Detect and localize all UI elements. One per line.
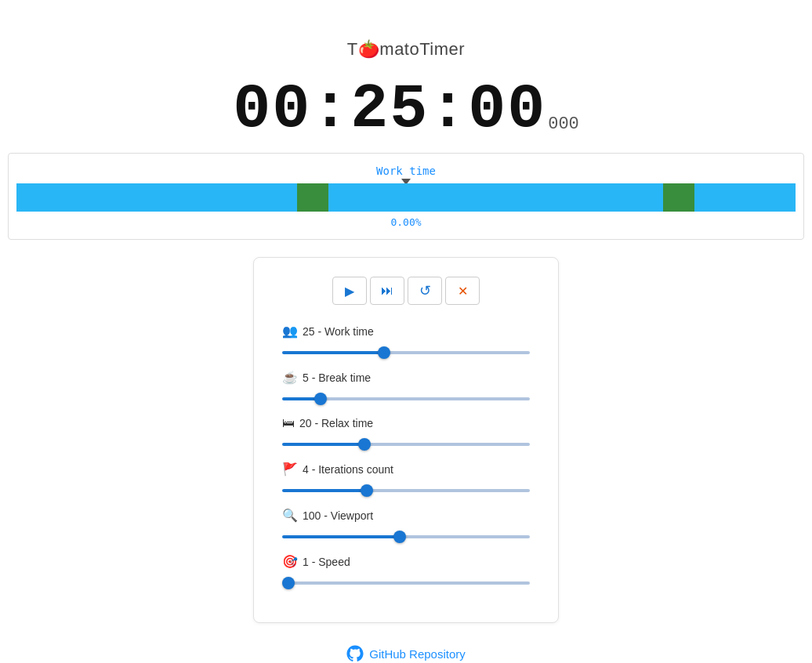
timer-milliseconds: 000 <box>548 114 579 134</box>
progress-section: Work time 0.00% <box>8 153 804 240</box>
timer-value: 00:25:00 <box>233 74 546 145</box>
github-icon <box>346 645 364 662</box>
slider-label-speed: 🎯1 - Speed <box>282 554 530 569</box>
play-icon: ▶ <box>345 284 354 299</box>
skip-button[interactable]: ⏭ <box>370 277 404 305</box>
slider-input-viewport[interactable] <box>282 535 530 538</box>
slider-text-break-time: 5 - Break time <box>303 371 371 384</box>
title-suffix: matoTimer <box>379 39 465 59</box>
slider-text-iterations-count: 4 - Iterations count <box>303 463 393 476</box>
title-prefix: T <box>347 39 358 59</box>
github-label: GitHub Repository <box>369 647 466 661</box>
slider-input-speed[interactable] <box>282 581 530 585</box>
slider-label-viewport: 🔍100 - Viewport <box>282 508 530 523</box>
transport-buttons: ▶ ⏭ ↺ ✕ <box>282 277 530 305</box>
slider-row-speed: 🎯1 - Speed <box>282 554 530 588</box>
seg-blue-1 <box>16 183 297 212</box>
slider-text-viewport: 100 - Viewport <box>303 509 373 522</box>
slider-input-work-time[interactable] <box>282 351 530 354</box>
slider-icon-relax-time: 🛏 <box>282 416 295 430</box>
reset-icon: ↺ <box>419 282 431 299</box>
seg-green-1 <box>297 183 328 212</box>
slider-icon-speed: 🎯 <box>282 554 298 569</box>
tomato-icon: 🍅 <box>358 39 380 59</box>
app-title: T🍅matoTimer <box>347 39 465 60</box>
slider-input-iterations-count[interactable] <box>282 489 530 492</box>
slider-text-speed: 1 - Speed <box>303 556 350 568</box>
sliders-container: 👥25 - Work time☕5 - Break time🛏20 - Rela… <box>282 324 530 588</box>
slider-text-relax-time: 20 - Relax time <box>299 417 373 429</box>
skip-icon: ⏭ <box>381 284 393 298</box>
seg-green-2 <box>663 183 694 212</box>
slider-icon-work-time: 👥 <box>282 324 298 339</box>
slider-label-iterations-count: 🚩4 - Iterations count <box>282 462 530 476</box>
slider-label-break-time: ☕5 - Break time <box>282 370 530 385</box>
stop-button[interactable]: ✕ <box>445 277 480 305</box>
slider-icon-iterations-count: 🚩 <box>282 462 298 476</box>
github-link[interactable]: GitHub Repository <box>346 645 466 662</box>
progress-bar <box>16 183 796 212</box>
play-button[interactable]: ▶ <box>332 277 367 305</box>
slider-row-work-time: 👥25 - Work time <box>282 324 530 357</box>
slider-input-break-time[interactable] <box>282 397 530 400</box>
progress-percent: 0.00% <box>16 216 796 228</box>
slider-label-work-time: 👥25 - Work time <box>282 324 530 339</box>
control-panel: ▶ ⏭ ↺ ✕ 👥25 - Work time☕5 - Break time🛏2… <box>253 257 559 623</box>
slider-text-work-time: 25 - Work time <box>303 325 374 338</box>
slider-row-iterations-count: 🚩4 - Iterations count <box>282 462 530 495</box>
slider-row-break-time: ☕5 - Break time <box>282 370 530 404</box>
slider-row-viewport: 🔍100 - Viewport <box>282 508 530 542</box>
reset-button[interactable]: ↺ <box>408 277 442 305</box>
slider-icon-viewport: 🔍 <box>282 508 298 523</box>
slider-row-relax-time: 🛏20 - Relax time <box>282 416 530 449</box>
seg-blue-2 <box>328 183 663 212</box>
progress-label: Work time <box>16 165 796 177</box>
seg-blue-3 <box>694 183 796 212</box>
timer-display: 00:25:00 000 <box>233 74 579 145</box>
stop-icon: ✕ <box>458 284 468 299</box>
slider-label-relax-time: 🛏20 - Relax time <box>282 416 530 430</box>
slider-icon-break-time: ☕ <box>282 370 298 385</box>
slider-input-relax-time[interactable] <box>282 443 530 446</box>
